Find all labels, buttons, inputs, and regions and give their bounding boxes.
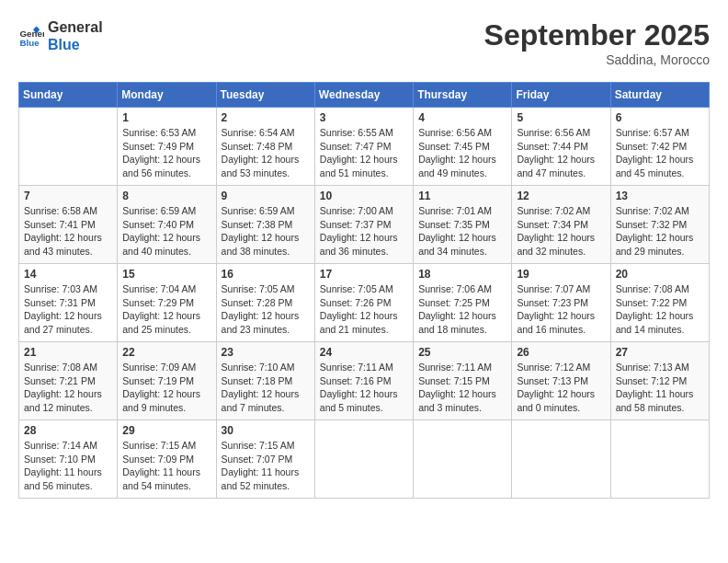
calendar-cell: 20Sunrise: 7:08 AM Sunset: 7:22 PM Dayli… <box>610 264 709 342</box>
day-info: Sunrise: 7:04 AM Sunset: 7:29 PM Dayligh… <box>122 282 210 337</box>
day-number: 18 <box>418 268 506 281</box>
calendar-cell: 14Sunrise: 7:03 AM Sunset: 7:31 PM Dayli… <box>19 264 118 342</box>
day-info: Sunrise: 7:14 AM Sunset: 7:10 PM Dayligh… <box>24 439 112 493</box>
day-number: 30 <box>222 424 310 437</box>
calendar-cell <box>314 420 413 499</box>
day-info: Sunrise: 7:01 AM Sunset: 7:35 PM Dayligh… <box>418 204 506 259</box>
calendar-cell: 28Sunrise: 7:14 AM Sunset: 7:10 PM Dayli… <box>19 420 118 499</box>
day-number: 22 <box>122 346 210 359</box>
day-number: 9 <box>222 190 310 202</box>
calendar-cell: 29Sunrise: 7:15 AM Sunset: 7:09 PM Dayli… <box>118 420 216 499</box>
day-number: 7 <box>24 190 112 202</box>
calendar-cell: 2Sunrise: 6:54 AM Sunset: 7:48 PM Daylig… <box>216 108 314 186</box>
day-info: Sunrise: 6:55 AM Sunset: 7:47 PM Dayligh… <box>320 126 408 180</box>
day-info: Sunrise: 6:54 AM Sunset: 7:48 PM Dayligh… <box>222 126 310 180</box>
page-header: General Blue General Blue September 2025… <box>18 18 710 67</box>
calendar-cell: 11Sunrise: 7:01 AM Sunset: 7:35 PM Dayli… <box>414 186 512 264</box>
day-number: 10 <box>320 190 408 202</box>
day-number: 14 <box>24 268 112 281</box>
svg-text:Blue: Blue <box>19 38 40 48</box>
day-info: Sunrise: 7:10 AM Sunset: 7:18 PM Dayligh… <box>222 361 310 415</box>
day-info: Sunrise: 7:02 AM Sunset: 7:34 PM Dayligh… <box>517 204 605 259</box>
day-number: 17 <box>320 268 408 281</box>
day-number: 11 <box>418 190 506 202</box>
week-row-1: 7Sunrise: 6:58 AM Sunset: 7:41 PM Daylig… <box>19 186 710 264</box>
location-subtitle: Saddina, Morocco <box>484 52 710 67</box>
day-number: 20 <box>616 268 704 281</box>
day-info: Sunrise: 6:58 AM Sunset: 7:41 PM Dayligh… <box>24 204 112 259</box>
calendar-cell: 22Sunrise: 7:09 AM Sunset: 7:19 PM Dayli… <box>118 342 216 420</box>
day-info: Sunrise: 6:57 AM Sunset: 7:42 PM Dayligh… <box>616 126 704 180</box>
day-info: Sunrise: 7:13 AM Sunset: 7:12 PM Dayligh… <box>616 361 704 415</box>
calendar-cell: 15Sunrise: 7:04 AM Sunset: 7:29 PM Dayli… <box>118 264 216 342</box>
day-info: Sunrise: 7:11 AM Sunset: 7:16 PM Dayligh… <box>320 361 408 415</box>
day-number: 28 <box>24 424 112 437</box>
day-number: 5 <box>517 111 605 124</box>
day-info: Sunrise: 7:06 AM Sunset: 7:25 PM Dayligh… <box>418 282 506 337</box>
calendar-cell: 10Sunrise: 7:00 AM Sunset: 7:37 PM Dayli… <box>314 186 413 264</box>
title-section: September 2025 Saddina, Morocco <box>484 18 710 67</box>
header-thursday: Thursday <box>414 83 512 108</box>
header-sunday: Sunday <box>19 83 118 108</box>
day-number: 8 <box>122 190 210 202</box>
day-number: 1 <box>122 111 210 124</box>
calendar-cell: 1Sunrise: 6:53 AM Sunset: 7:49 PM Daylig… <box>118 108 216 186</box>
day-info: Sunrise: 6:56 AM Sunset: 7:45 PM Dayligh… <box>418 126 506 180</box>
day-number: 19 <box>517 268 605 281</box>
week-row-2: 14Sunrise: 7:03 AM Sunset: 7:31 PM Dayli… <box>19 264 710 342</box>
day-info: Sunrise: 7:09 AM Sunset: 7:19 PM Dayligh… <box>122 361 210 415</box>
header-row: SundayMondayTuesdayWednesdayThursdayFrid… <box>19 83 710 108</box>
day-number: 15 <box>122 268 210 281</box>
day-number: 16 <box>222 268 310 281</box>
calendar-cell: 12Sunrise: 7:02 AM Sunset: 7:34 PM Dayli… <box>512 186 610 264</box>
calendar-cell <box>414 420 512 499</box>
day-info: Sunrise: 7:07 AM Sunset: 7:23 PM Dayligh… <box>517 282 605 337</box>
calendar-cell: 25Sunrise: 7:11 AM Sunset: 7:15 PM Dayli… <box>414 342 512 420</box>
day-number: 21 <box>24 346 112 359</box>
week-row-3: 21Sunrise: 7:08 AM Sunset: 7:21 PM Dayli… <box>19 342 710 420</box>
week-row-0: 1Sunrise: 6:53 AM Sunset: 7:49 PM Daylig… <box>19 108 710 186</box>
day-number: 2 <box>222 111 310 124</box>
logo-icon: General Blue <box>18 23 44 49</box>
header-wednesday: Wednesday <box>314 83 413 108</box>
day-number: 27 <box>616 346 704 359</box>
calendar-cell: 19Sunrise: 7:07 AM Sunset: 7:23 PM Dayli… <box>512 264 610 342</box>
header-saturday: Saturday <box>610 83 709 108</box>
day-info: Sunrise: 6:59 AM Sunset: 7:38 PM Dayligh… <box>222 204 310 259</box>
day-number: 13 <box>616 190 704 202</box>
day-info: Sunrise: 7:08 AM Sunset: 7:22 PM Dayligh… <box>616 282 704 337</box>
calendar-cell: 26Sunrise: 7:12 AM Sunset: 7:13 PM Dayli… <box>512 342 610 420</box>
calendar-cell: 23Sunrise: 7:10 AM Sunset: 7:18 PM Dayli… <box>216 342 314 420</box>
day-info: Sunrise: 7:03 AM Sunset: 7:31 PM Dayligh… <box>24 282 112 337</box>
day-info: Sunrise: 7:11 AM Sunset: 7:15 PM Dayligh… <box>418 361 506 415</box>
calendar-cell: 9Sunrise: 6:59 AM Sunset: 7:38 PM Daylig… <box>216 186 314 264</box>
calendar-cell: 8Sunrise: 6:59 AM Sunset: 7:40 PM Daylig… <box>118 186 216 264</box>
day-info: Sunrise: 6:56 AM Sunset: 7:44 PM Dayligh… <box>517 126 605 180</box>
day-info: Sunrise: 7:05 AM Sunset: 7:26 PM Dayligh… <box>320 282 408 337</box>
day-number: 25 <box>418 346 506 359</box>
calendar-cell: 27Sunrise: 7:13 AM Sunset: 7:12 PM Dayli… <box>610 342 709 420</box>
calendar-cell: 4Sunrise: 6:56 AM Sunset: 7:45 PM Daylig… <box>414 108 512 186</box>
day-number: 12 <box>517 190 605 202</box>
calendar-cell: 17Sunrise: 7:05 AM Sunset: 7:26 PM Dayli… <box>314 264 413 342</box>
logo-blue: Blue <box>48 36 103 53</box>
day-number: 26 <box>517 346 605 359</box>
logo-general: General <box>48 18 103 36</box>
day-number: 4 <box>418 111 506 124</box>
header-monday: Monday <box>118 83 216 108</box>
calendar-cell: 21Sunrise: 7:08 AM Sunset: 7:21 PM Dayli… <box>19 342 118 420</box>
week-row-4: 28Sunrise: 7:14 AM Sunset: 7:10 PM Dayli… <box>19 420 710 499</box>
calendar-cell: 16Sunrise: 7:05 AM Sunset: 7:28 PM Dayli… <box>216 264 314 342</box>
day-info: Sunrise: 7:02 AM Sunset: 7:32 PM Dayligh… <box>616 204 704 259</box>
calendar-cell <box>19 108 118 186</box>
day-info: Sunrise: 7:00 AM Sunset: 7:37 PM Dayligh… <box>320 204 408 259</box>
day-info: Sunrise: 7:12 AM Sunset: 7:13 PM Dayligh… <box>517 361 605 415</box>
calendar-cell: 30Sunrise: 7:15 AM Sunset: 7:07 PM Dayli… <box>216 420 314 499</box>
calendar-cell: 5Sunrise: 6:56 AM Sunset: 7:44 PM Daylig… <box>512 108 610 186</box>
header-friday: Friday <box>512 83 610 108</box>
logo: General Blue General Blue <box>18 18 103 53</box>
calendar-cell: 6Sunrise: 6:57 AM Sunset: 7:42 PM Daylig… <box>610 108 709 186</box>
calendar-cell <box>610 420 709 499</box>
calendar-cell: 7Sunrise: 6:58 AM Sunset: 7:41 PM Daylig… <box>19 186 118 264</box>
header-tuesday: Tuesday <box>216 83 314 108</box>
